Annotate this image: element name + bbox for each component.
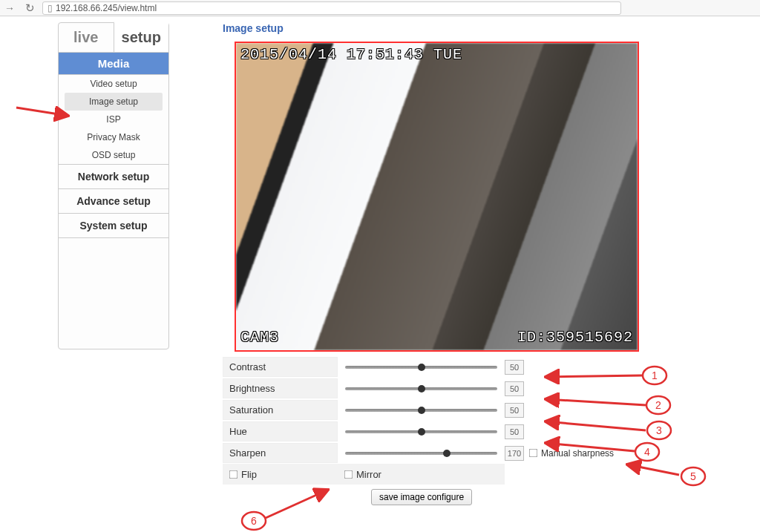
nav-forward-icon[interactable]: →: [1, 2, 18, 14]
checkbox-mirror[interactable]: [344, 470, 353, 479]
image-controls: Contrast Brightness Saturation: [223, 356, 742, 505]
checkbox-flip[interactable]: [229, 470, 238, 479]
nav-image-setup[interactable]: Image setup: [65, 93, 163, 111]
video-preview: 2015/04/14 17:51:43 TUE CAM3 ID:35951569…: [235, 42, 639, 352]
label-saturation: Saturation: [223, 400, 338, 420]
label-flip: Flip: [241, 469, 257, 480]
section-network[interactable]: Network setup: [59, 164, 168, 188]
section-advance[interactable]: Advance setup: [59, 188, 168, 213]
media-items: Video setup Image setup ISP Privacy Mask…: [59, 75, 168, 164]
label-hue: Hue: [223, 421, 338, 441]
slider-saturation[interactable]: [345, 409, 497, 412]
reload-icon[interactable]: ↻: [22, 1, 38, 15]
nav-video-setup[interactable]: Video setup: [59, 75, 168, 93]
tab-live[interactable]: live: [59, 23, 114, 52]
page-icon: ▯: [48, 3, 53, 13]
section-media[interactable]: Media: [59, 53, 168, 75]
video-image: [236, 43, 638, 350]
label-contrast: Contrast: [223, 357, 338, 377]
row-sharpen: Sharpen Manual sharpness: [223, 442, 742, 464]
slider-brightness[interactable]: [345, 387, 497, 390]
sidebar-blank: [59, 237, 168, 349]
save-button[interactable]: save image configure: [371, 489, 472, 505]
address-bar[interactable]: ▯ 192.168.66.245/view.html: [42, 1, 621, 15]
checkbox-manual-sharpness[interactable]: [529, 449, 538, 458]
page-title: Image setup: [223, 22, 668, 34]
nav-osd-setup[interactable]: OSD setup: [59, 146, 168, 164]
value-contrast[interactable]: [505, 360, 524, 375]
slider-contrast[interactable]: [345, 366, 497, 369]
section-system[interactable]: System setup: [59, 213, 168, 237]
tab-setup[interactable]: setup: [114, 22, 169, 52]
slider-sharpen[interactable]: [345, 452, 497, 455]
value-hue[interactable]: [505, 424, 524, 439]
url-text: 192.168.66.245/view.html: [56, 3, 157, 13]
row-brightness: Brightness: [223, 378, 742, 399]
label-sharpen: Sharpen: [223, 443, 338, 463]
value-brightness[interactable]: [505, 381, 524, 396]
sidebar: live setup Media Video setup Image setup…: [58, 22, 169, 349]
sidebar-tabs: live setup: [59, 23, 168, 53]
nav-privacy-mask[interactable]: Privacy Mask: [59, 128, 168, 146]
svg-point-12: [242, 512, 266, 530]
row-flip-mirror: Flip Mirror: [223, 464, 742, 485]
osd-cam: CAM3: [240, 329, 279, 346]
value-sharpen[interactable]: [505, 446, 524, 461]
label-manual-sharpness: Manual sharpness: [541, 448, 614, 459]
label-mirror: Mirror: [356, 469, 381, 480]
row-hue: Hue: [223, 421, 742, 442]
nav-isp[interactable]: ISP: [59, 111, 168, 128]
row-contrast: Contrast: [223, 356, 742, 378]
anno-6: 6: [251, 515, 257, 527]
osd-timestamp: 2015/04/14 17:51:43 TUE: [240, 46, 462, 63]
row-saturation: Saturation: [223, 399, 742, 421]
slider-hue[interactable]: [345, 430, 497, 433]
label-brightness: Brightness: [223, 378, 338, 398]
browser-toolbar: → ↻ ▯ 192.168.66.245/view.html: [0, 0, 760, 16]
main-content: Image setup 2015/04/14 17:51:43 TUE CAM3…: [223, 22, 668, 505]
osd-id: ID:359515692: [517, 329, 633, 346]
value-saturation[interactable]: [505, 403, 524, 418]
